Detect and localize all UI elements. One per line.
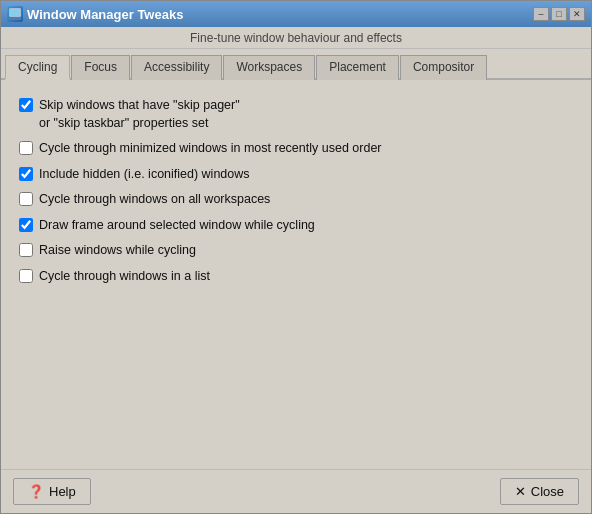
window-title: Window Manager Tweaks: [27, 7, 183, 22]
checkbox-minimized[interactable]: [19, 141, 33, 155]
checkbox-skip-pager[interactable]: [19, 98, 33, 112]
tab-accessibility[interactable]: Accessibility: [131, 55, 222, 80]
checkbox-draw-frame[interactable]: [19, 218, 33, 232]
close-window-button[interactable]: ✕: [569, 7, 585, 21]
checkbox-skip-pager-label: Skip windows that have "skip pager"or "s…: [39, 97, 240, 132]
checkbox-raise-label: Raise windows while cycling: [39, 242, 196, 260]
maximize-button[interactable]: □: [551, 7, 567, 21]
svg-rect-1: [10, 9, 20, 16]
checkbox-all-workspaces[interactable]: [19, 192, 33, 206]
tab-compositor[interactable]: Compositor: [400, 55, 487, 80]
checkbox-minimized-label: Cycle through minimized windows in most …: [39, 140, 382, 158]
close-label: Close: [531, 484, 564, 499]
checkbox-skip-pager-row: Skip windows that have "skip pager"or "s…: [17, 94, 575, 135]
spacer: [17, 290, 575, 455]
checkbox-minimized-row: Cycle through minimized windows in most …: [17, 137, 575, 161]
checkbox-all-workspaces-label: Cycle through windows on all workspaces: [39, 191, 270, 209]
minimize-button[interactable]: –: [533, 7, 549, 21]
svg-rect-2: [9, 17, 21, 20]
window: Window Manager Tweaks – □ ✕ Fine-tune wi…: [0, 0, 592, 514]
checkbox-list-row: Cycle through windows in a list: [17, 265, 575, 289]
footer: ❓ Help ✕ Close: [1, 469, 591, 513]
titlebar: Window Manager Tweaks – □ ✕: [1, 1, 591, 27]
tab-focus[interactable]: Focus: [71, 55, 130, 80]
help-button[interactable]: ❓ Help: [13, 478, 91, 505]
app-icon: [7, 6, 23, 22]
tab-workspaces[interactable]: Workspaces: [223, 55, 315, 80]
checkbox-hidden-label: Include hidden (i.e. iconified) windows: [39, 166, 250, 184]
help-label: Help: [49, 484, 76, 499]
checkbox-hidden[interactable]: [19, 167, 33, 181]
tab-bar: Cycling Focus Accessibility Workspaces P…: [1, 49, 591, 80]
help-icon: ❓: [28, 484, 44, 499]
close-icon: ✕: [515, 484, 526, 499]
checkbox-list[interactable]: [19, 269, 33, 283]
checkbox-list-label: Cycle through windows in a list: [39, 268, 210, 286]
checkbox-draw-frame-row: Draw frame around selected window while …: [17, 214, 575, 238]
checkbox-raise-row: Raise windows while cycling: [17, 239, 575, 263]
tab-placement[interactable]: Placement: [316, 55, 399, 80]
titlebar-left: Window Manager Tweaks: [7, 6, 183, 22]
checkbox-draw-frame-label: Draw frame around selected window while …: [39, 217, 315, 235]
close-button[interactable]: ✕ Close: [500, 478, 579, 505]
checkbox-hidden-row: Include hidden (i.e. iconified) windows: [17, 163, 575, 187]
tab-content: Skip windows that have "skip pager"or "s…: [1, 80, 591, 469]
titlebar-controls: – □ ✕: [533, 7, 585, 21]
subtitle: Fine-tune window behaviour and effects: [1, 27, 591, 49]
checkbox-all-workspaces-row: Cycle through windows on all workspaces: [17, 188, 575, 212]
tab-cycling[interactable]: Cycling: [5, 55, 70, 80]
checkbox-raise[interactable]: [19, 243, 33, 257]
